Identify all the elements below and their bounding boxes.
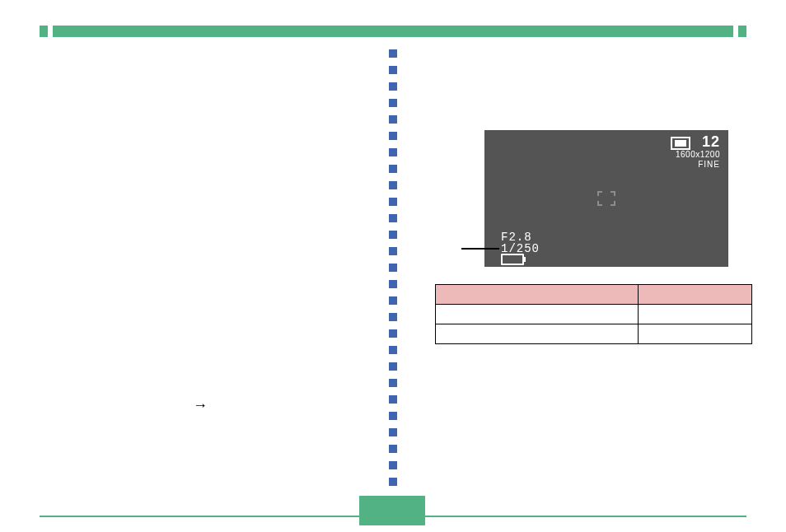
memory-card-icon — [671, 137, 690, 150]
table-cell — [639, 305, 752, 324]
table-row — [436, 305, 752, 324]
camera-display: 12 1600x1200 FINE F2.8 1/250 — [484, 130, 728, 267]
table-header-row — [436, 285, 752, 305]
frames-remaining: 12 — [702, 133, 720, 151]
table-cell — [436, 324, 639, 344]
header-accent-left — [40, 26, 48, 37]
table-header-cell — [639, 285, 752, 305]
callout-line — [461, 248, 499, 250]
header-bar — [53, 26, 733, 37]
column-divider — [389, 49, 397, 494]
table-row — [436, 324, 752, 344]
table-cell — [436, 305, 639, 324]
resolution-label: 1600x1200 — [676, 150, 720, 159]
quality-label: FINE — [698, 160, 720, 169]
battery-icon — [501, 254, 524, 265]
table-header-cell — [436, 285, 639, 305]
spec-table — [435, 284, 752, 344]
focus-brackets-icon — [597, 191, 615, 206]
header-accent-right — [738, 26, 746, 37]
table-cell — [639, 324, 752, 344]
manual-page: → 12 1600x1200 FINE F2.8 1/250 — [0, 0, 786, 532]
arrow-icon: → — [193, 397, 208, 414]
page-number-block — [359, 496, 425, 525]
